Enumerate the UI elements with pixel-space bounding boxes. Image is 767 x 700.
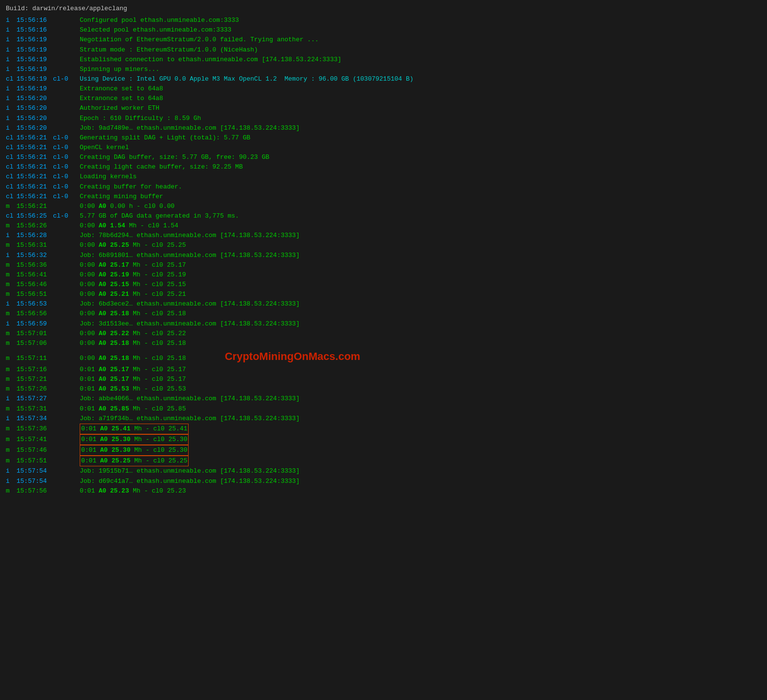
- log-line: cl15:56:25cl-05.77 GB of DAG data genera…: [6, 211, 761, 221]
- log-line: i15:57:54Job: 19515b71… ethash.unmineabl…: [6, 466, 761, 476]
- terminal: Build: darwin/release/appleclang i15:56:…: [0, 0, 767, 500]
- log-line: cl15:56:21cl-0Creating buffer for header…: [6, 182, 761, 192]
- log-line: m15:57:060:00 A0 25.18 Mh - cl0 25.18: [6, 339, 761, 348]
- log-line: cl15:56:21cl-0Creating mining buffer: [6, 192, 761, 202]
- log-line: cl15:56:21cl-0Creating light cache buffe…: [6, 162, 761, 172]
- log-line: m15:56:310:00 A0 25.25 Mh - cl0 25.25: [6, 240, 761, 250]
- log-line: i15:57:34Job: a719f34b… ethash.unmineabl…: [6, 414, 761, 424]
- log-line: m15:56:360:00 A0 25.17 Mh - cl0 25.17: [6, 260, 761, 270]
- log-line: m15:57:010:00 A0 25.22 Mh - cl0 25.22: [6, 329, 761, 339]
- log-line: i15:56:19Stratum mode : EthereumStratum/…: [6, 45, 761, 55]
- log-line: m15:56:260:00 A0 1.54 Mh - cl0 1.54: [6, 221, 761, 231]
- log-line: m15:57:210:01 A0 25.17 Mh - cl0 25.17: [6, 375, 761, 384]
- log-line: m15:57:560:01 A0 25.23 Mh - cl0 25.23: [6, 486, 761, 496]
- log-container: i15:56:16Configured pool ethash.unmineab…: [6, 16, 761, 496]
- log-line: i15:56:59Job: 3d1513ee… ethash.unmineabl…: [6, 319, 761, 329]
- log-line: i15:56:20Authorized worker ETH: [6, 103, 761, 113]
- log-line: m15:57:410:01 A0 25.30 Mh - cl0 25.30: [6, 434, 761, 445]
- log-line: cl15:56:21cl-0OpenCL kernel: [6, 143, 761, 153]
- log-line: i15:56:20Epoch : 610 Difficulty : 8.59 G…: [6, 114, 761, 123]
- log-line: i15:56:32Job: 6b891801… ethash.unmineabl…: [6, 251, 761, 260]
- log-line: i15:56:53Job: 6bd3ece2… ethash.unmineabl…: [6, 299, 761, 309]
- log-line: m15:56:510:00 A0 25.21 Mh - cl0 25.21: [6, 290, 761, 299]
- log-line: m15:56:560:00 A0 25.18 Mh - cl0 25.18: [6, 309, 761, 319]
- log-line: cl15:56:19cl-0Using Device : Intel GPU 0…: [6, 74, 761, 84]
- log-line: m15:57:460:01 A0 25.30 Mh - cl0 25.30: [6, 445, 761, 456]
- log-line: m15:56:410:00 A0 25.19 Mh - cl0 25.19: [6, 270, 761, 280]
- log-line: i15:57:27Job: abbe4066… ethash.unmineabl…: [6, 394, 761, 404]
- log-line: i15:56:28Job: 78b6d294… ethash.unmineabl…: [6, 231, 761, 240]
- log-line: i15:56:19Extranonce set to 64a8: [6, 84, 761, 94]
- log-line: i15:56:20Extranonce set to 64a8: [6, 94, 761, 103]
- log-line: i15:56:16Configured pool ethash.unmineab…: [6, 16, 761, 25]
- log-line: i15:56:19Spinning up miners...: [6, 65, 761, 74]
- log-line: m15:57:360:01 A0 25.41 Mh - cl0 25.41: [6, 424, 761, 434]
- log-line: m15:57:510:01 A0 25.25 Mh - cl0 25.25: [6, 456, 761, 466]
- log-line: m15:57:160:01 A0 25.17 Mh - cl0 25.17: [6, 365, 761, 375]
- log-line: m15:56:210:00 A0 0.00 h - cl0 0.00: [6, 202, 761, 211]
- log-line: i15:56:19Established connection to ethas…: [6, 55, 761, 65]
- log-line: i15:56:19Negotiation of EthereumStratum/…: [6, 35, 761, 45]
- log-line: cl15:56:21cl-0Loading kernels: [6, 172, 761, 182]
- log-line: m15:57:310:01 A0 25.85 Mh - cl0 25.85: [6, 404, 761, 414]
- log-line: cl15:56:21cl-0Creating DAG buffer, size:…: [6, 153, 761, 162]
- log-line: i15:56:16Selected pool ethash.unmineable…: [6, 25, 761, 35]
- log-line: m15:57:260:01 A0 25.53 Mh - cl0 25.53: [6, 384, 761, 394]
- log-line: m15:57:110:00 A0 25.18 Mh - cl0 25.18Cry…: [6, 348, 761, 365]
- log-line: cl15:56:21cl-0Generating split DAG + Lig…: [6, 133, 761, 143]
- log-line: i15:57:54Job: d69c41a7… ethash.unmineabl…: [6, 477, 761, 486]
- build-info: Build: darwin/release/appleclang: [6, 4, 761, 14]
- log-line: i15:56:20Job: 9ad7489e… ethash.unmineabl…: [6, 123, 761, 133]
- log-line: m15:56:460:00 A0 25.15 Mh - cl0 25.15: [6, 280, 761, 290]
